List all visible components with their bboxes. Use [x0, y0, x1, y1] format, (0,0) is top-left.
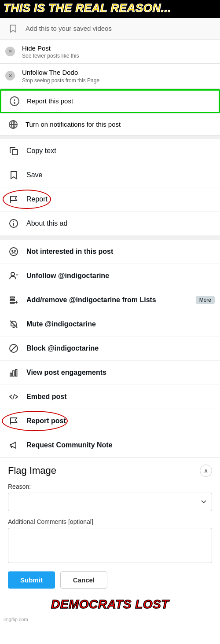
- separator-2: [0, 236, 220, 240]
- save-bookmark-icon: [8, 169, 19, 181]
- report-post-title: Report this post: [27, 97, 212, 106]
- mute-item[interactable]: Mute @indigoctarine: [0, 312, 220, 337]
- embed-post-label: Embed post: [26, 393, 67, 401]
- svg-rect-26: [13, 371, 15, 376]
- flag-tw-icon: [8, 415, 19, 427]
- flag-image-section: Flag Image ∧ Reason: Additional Comments…: [0, 457, 220, 596]
- person-minus-icon: [8, 270, 19, 282]
- mute-bell-icon: [8, 318, 19, 330]
- imgflip-watermark: imgflip.com: [0, 616, 220, 625]
- svg-line-28: [13, 394, 15, 399]
- globe-icon: [7, 118, 19, 131]
- info-icon: [8, 218, 19, 229]
- meme-top-banner: THIS IS THE REAL REASON...: [0, 0, 220, 18]
- svg-point-14: [15, 250, 15, 251]
- reason-label: Reason:: [8, 483, 212, 490]
- embed-icon: [8, 391, 19, 402]
- submit-button[interactable]: Submit: [8, 571, 55, 589]
- add-saved-title: Add this to your saved videos: [26, 24, 213, 33]
- about-ad-label: About this ad: [26, 220, 67, 227]
- list-add-icon: [8, 294, 19, 306]
- svg-point-2: [14, 102, 15, 103]
- embed-post-item[interactable]: Embed post: [0, 385, 220, 409]
- report-label: Report: [26, 195, 48, 203]
- fb-item-hide-post[interactable]: ✕ Hide Post See fewer posts like this: [0, 40, 220, 64]
- flag-image-title: Flag Image: [8, 465, 56, 476]
- report-item[interactable]: Report: [0, 187, 220, 212]
- emoji-sad-icon: [8, 246, 19, 257]
- svg-point-12: [10, 248, 18, 256]
- unfollow-title: Unfollow The Dodo: [22, 68, 213, 77]
- svg-rect-17: [10, 297, 15, 298]
- add-remove-lists-item[interactable]: Add/remove @indigoctarine from Lists Mor…: [0, 288, 220, 312]
- report-post-tw-label: Report post: [26, 417, 66, 425]
- x-icon-hide: ✕: [5, 47, 15, 56]
- community-note-item[interactable]: Request Community Note: [0, 433, 220, 457]
- svg-rect-27: [15, 370, 17, 376]
- svg-rect-19: [10, 302, 15, 304]
- facebook-menu: Add this to your saved videos ✕ Hide Pos…: [0, 18, 220, 135]
- not-interested-item[interactable]: Not interested in this post: [0, 240, 220, 264]
- block-item[interactable]: Block @indigoctarine: [0, 337, 220, 361]
- separator-1: [0, 135, 220, 139]
- x-icon-unfollow: ✕: [5, 71, 15, 80]
- bar-chart-icon: [8, 367, 19, 378]
- hide-post-title: Hide Post: [22, 44, 213, 53]
- svg-point-15: [11, 272, 15, 276]
- hide-post-subtitle: See fewer posts like this: [22, 53, 213, 59]
- svg-rect-25: [10, 373, 12, 376]
- cancel-button[interactable]: Cancel: [60, 571, 107, 589]
- copy-text-label: Copy text: [26, 147, 56, 155]
- reason-select[interactable]: [8, 493, 212, 511]
- view-engagements-item[interactable]: View post engagements: [0, 361, 220, 385]
- fb-item-unfollow[interactable]: ✕ Unfollow The Dodo Stop seeing posts fr…: [0, 64, 220, 88]
- copy-save-section: Copy text Save Report: [0, 139, 220, 236]
- fb-item-notifications[interactable]: Turn on notifications for this post: [0, 114, 220, 135]
- more-badge: More: [196, 296, 215, 304]
- copy-text-item[interactable]: Copy text: [0, 139, 220, 163]
- twitter-menu: Not interested in this post Unfollow @in…: [0, 240, 220, 457]
- meme-top-text: THIS IS THE REAL REASON...: [4, 2, 216, 15]
- megaphone-icon: [8, 439, 19, 451]
- block-label: Block @indigoctarine: [26, 344, 99, 352]
- report-post-tw-item[interactable]: Report post: [0, 409, 220, 433]
- svg-point-11: [14, 221, 14, 222]
- flag-buttons: Submit Cancel: [8, 571, 212, 589]
- unfollow-tw-label: Unfollow @indigoctarine: [26, 272, 109, 280]
- save-label: Save: [26, 171, 42, 179]
- block-circle-icon: [8, 343, 19, 354]
- svg-rect-7: [12, 150, 18, 155]
- unfollow-subtitle: Stop seeing posts from this Page: [22, 77, 213, 84]
- not-interested-label: Not interested in this post: [26, 248, 113, 256]
- flag-section-header: Flag Image ∧: [8, 465, 212, 477]
- meme-bottom-banner: DEMOCRATS LOST: [0, 596, 220, 616]
- fb-item-report-post[interactable]: Report this post: [0, 89, 220, 113]
- meme-bottom-text: DEMOCRATS LOST: [4, 597, 216, 611]
- comments-label: Additional Comments [optional]: [8, 518, 212, 525]
- notifications-title: Turn on notifications for this post: [26, 120, 213, 129]
- mute-label: Mute @indigoctarine: [26, 320, 96, 328]
- svg-line-24: [11, 345, 17, 351]
- view-engagements-label: View post engagements: [26, 369, 106, 377]
- alert-icon: [8, 95, 21, 107]
- svg-point-13: [12, 250, 13, 251]
- add-remove-lists-label: Add/remove @indigoctarine from Lists: [26, 296, 156, 304]
- comments-textarea[interactable]: [8, 528, 212, 563]
- svg-rect-18: [10, 300, 15, 301]
- flag-report-icon: [8, 194, 19, 205]
- save-item[interactable]: Save: [0, 163, 220, 187]
- about-ad-item[interactable]: About this ad: [0, 212, 220, 236]
- fb-item-add-saved[interactable]: Add this to your saved videos: [0, 18, 220, 40]
- copy-icon: [8, 145, 19, 157]
- unfollow-tw-item[interactable]: Unfollow @indigoctarine: [0, 264, 220, 288]
- bookmark-icon: [7, 22, 19, 35]
- collapse-button[interactable]: ∧: [200, 465, 212, 477]
- community-note-label: Request Community Note: [26, 441, 113, 449]
